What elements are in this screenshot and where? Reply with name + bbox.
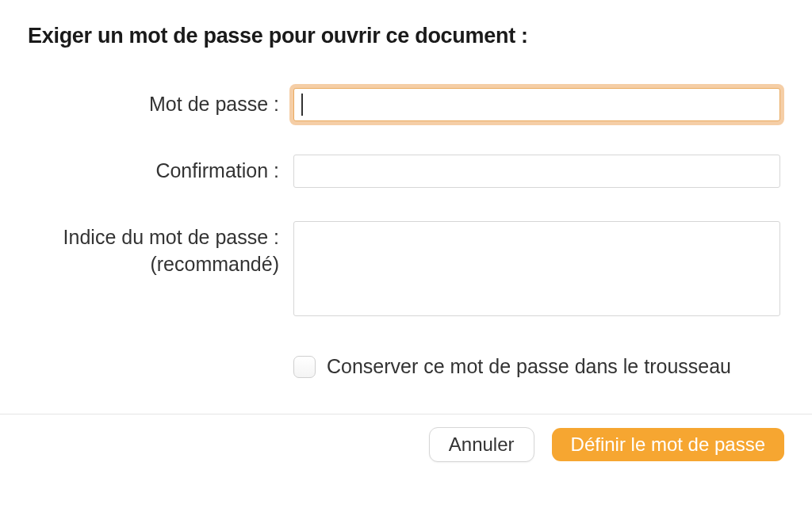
hint-label: Indice du mot de passe : (recommandé) <box>28 221 293 278</box>
dialog-title: Exiger un mot de passe pour ouvrir ce do… <box>28 24 784 48</box>
password-dialog: Exiger un mot de passe pour ouvrir ce do… <box>0 0 812 378</box>
confirm-input[interactable] <box>293 155 780 188</box>
password-form: Mot de passe : Confirmation : Indice du … <box>28 88 784 319</box>
password-input-wrapper <box>293 88 784 121</box>
confirm-input-wrapper <box>293 155 784 188</box>
hint-input-wrapper <box>293 221 784 319</box>
password-row: Mot de passe : <box>28 88 784 121</box>
hint-input[interactable] <box>293 221 780 316</box>
set-password-button[interactable]: Définir le mot de passe <box>552 428 784 461</box>
text-cursor <box>301 94 303 116</box>
hint-label-line2: (recommandé) <box>28 251 279 278</box>
hint-row: Indice du mot de passe : (recommandé) <box>28 221 784 319</box>
confirm-label: Confirmation : <box>28 155 293 185</box>
password-input[interactable] <box>293 88 780 121</box>
button-bar: Annuler Définir le mot de passe <box>0 414 812 462</box>
confirm-row: Confirmation : <box>28 155 784 188</box>
hint-label-line1: Indice du mot de passe : <box>28 224 279 251</box>
cancel-button[interactable]: Annuler <box>429 427 534 462</box>
password-label: Mot de passe : <box>28 88 293 118</box>
keychain-checkbox-row: Conserver ce mot de passe dans le trouss… <box>28 355 784 378</box>
keychain-checkbox-label: Conserver ce mot de passe dans le trouss… <box>327 355 731 378</box>
keychain-checkbox[interactable] <box>293 356 316 378</box>
